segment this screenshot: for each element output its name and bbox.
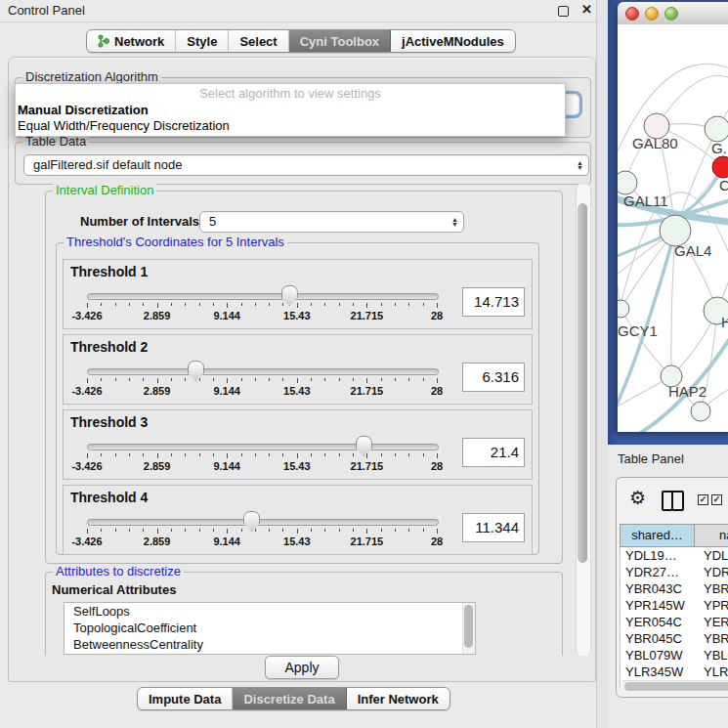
tick-mark [185,378,186,381]
column-header-name[interactable]: na [695,525,728,546]
tick-mark [381,453,382,456]
slider-track[interactable] [87,293,439,300]
threshold-slider[interactable]: -3.4262.8599.14415.4321.71528 [87,361,437,402]
network-node[interactable] [691,402,710,421]
tick-mark [129,303,130,306]
numerical-attributes-label: Numerical Attributes [52,582,176,597]
tick-mark [143,453,144,456]
table-data-combo[interactable]: galFiltered.sif default node ▲▼ [23,154,589,176]
network-window-titlebar[interactable] [618,2,728,25]
table-row[interactable]: YBL079WYBL0 [621,647,728,664]
shared-name-cell: YBR043C [621,580,699,597]
threshold-slider[interactable]: -3.4262.8599.14415.4321.71528 [87,285,437,326]
attribute-list-item[interactable]: TopologicalCoefficient [64,620,475,636]
numerical-attributes-list[interactable]: SelfLoopsTopologicalCoefficientBetweenne… [64,602,476,655]
column-header-shared-name[interactable]: shared… [620,525,695,546]
tab-jactivemnodules[interactable]: jActiveMNodules [391,30,515,52]
split-columns-icon[interactable] [662,491,684,511]
apply-button[interactable]: Apply [265,656,338,679]
slider-thumb[interactable] [356,436,372,456]
table-row[interactable]: YBR045CYBR0 [621,630,728,647]
name-cell: YBR0 [699,630,728,647]
node-table: shared… na YDL19…YDL1YDR27…YDR2YBR043CYB… [620,524,728,697]
float-window-icon[interactable] [558,6,569,17]
tick-mark [366,529,367,534]
threshold-value-field[interactable]: 6.316 [462,363,525,392]
tick-label: 21.715 [351,385,384,397]
table-row[interactable]: YDL19…YDL1 [621,547,728,564]
table-row[interactable]: YLR345WYLR3 [621,664,728,680]
tick-mark [269,453,270,456]
tick-label: 9.144 [213,385,240,397]
thresholds-group-title: Threshold's Coordinates for 5 Intervals [64,236,287,249]
network-node-gcy1[interactable] [618,300,629,318]
threshold-value-field[interactable]: 21.4 [462,438,525,467]
tick-label: 9.144 [213,310,240,321]
tick-mark [423,303,424,306]
stepper-icon[interactable]: ▲▼ [451,212,458,232]
slider-track[interactable] [87,519,439,526]
tab-impute-data[interactable]: Impute Data [138,688,233,709]
slider-thumb[interactable] [188,361,204,381]
number-of-intervals-combo[interactable]: 5 ▲▼ [199,211,464,233]
node-label: GAL80 [632,135,678,151]
tick-mark [324,529,325,532]
gear-icon[interactable]: ⚙ [629,487,646,509]
table-row[interactable]: YBR043CYBR0 [621,580,728,597]
close-icon[interactable]: ✕ [581,2,592,17]
shared-name-cell: YLR345W [621,664,699,680]
threshold-slider[interactable]: -3.4262.8599.14415.4321.71528 [87,511,437,552]
tab-style[interactable]: Style [176,30,229,52]
threshold-value-field[interactable]: 11.344 [462,513,525,542]
zoom-traffic-light-icon[interactable] [664,7,678,21]
tick-label: 9.144 [213,535,240,547]
table-row[interactable]: YPR145WYPR1 [621,597,728,614]
discretization-algorithm-group-title: Discretization Algorithm [22,70,161,84]
tick-mark [199,453,200,456]
list-scrollbar[interactable] [462,603,475,654]
slider-thumb[interactable] [243,511,260,532]
slider-track[interactable] [87,444,439,450]
stepper-icon[interactable]: ▲▼ [577,155,583,175]
tick-mark [129,453,130,456]
checkbox-checked-icon[interactable]: ✓ [711,494,722,505]
tab-infer-network[interactable]: Infer Network [347,688,450,709]
tick-mark [282,378,283,381]
tab-label: Discretize Data [243,692,334,707]
network-node-gal11[interactable] [618,171,637,194]
table-header-row: shared… na [620,524,728,547]
network-canvas[interactable]: GAL80G.CGAL11GAL4GCY1HHAP2 [618,24,728,432]
table-row[interactable]: YER054CYER0 [621,614,728,630]
tick-mark [437,529,438,534]
tick-mark [255,303,256,306]
network-node-g[interactable] [705,116,728,142]
tick-mark [241,303,242,306]
close-traffic-light-icon[interactable] [625,7,639,21]
checkbox-checked-icon[interactable]: ✓ [698,494,708,505]
tick-mark [339,529,340,532]
tab-discretize-data[interactable]: Discretize Data [233,688,346,709]
control-panel-titlebar: Control Panel ✕ [0,0,604,22]
tab-select[interactable]: Select [229,30,288,52]
attribute-list-item[interactable]: BetweennessCentrality [64,636,475,653]
tick-mark [129,378,130,381]
algorithm-option-manual[interactable]: Manual Discretization [16,103,565,118]
table-row[interactable]: YDR27…YDR2 [621,564,728,580]
tick-mark [269,378,270,381]
tab-cyni-toolbox[interactable]: Cyni Toolbox [289,30,391,52]
settings-scrollbar[interactable] [576,183,591,656]
tab-network[interactable]: Network [87,30,176,52]
slider-track[interactable] [87,368,439,375]
tick-label: 2.859 [144,535,171,547]
threshold-value-field[interactable]: 14.713 [462,287,525,317]
algorithm-option-equal-width[interactable]: Equal Width/Frequency Discretization [16,118,565,134]
table-hscrollbar[interactable] [622,680,728,692]
scrollbar-thumb[interactable] [578,203,587,563]
table-data-group: Table Data galFiltered.sif default node … [15,142,591,185]
threshold-slider[interactable]: -3.4262.8599.14415.4321.71528 [87,436,437,477]
attribute-list-item[interactable]: SelfLoops [64,603,475,620]
minimize-traffic-light-icon[interactable] [645,7,659,21]
network-view-window[interactable]: GAL80G.CGAL11GAL4GCY1HHAP2 [618,2,728,432]
interval-definition-group-title: Interval Definition [53,184,156,197]
tick-mark [423,529,424,532]
